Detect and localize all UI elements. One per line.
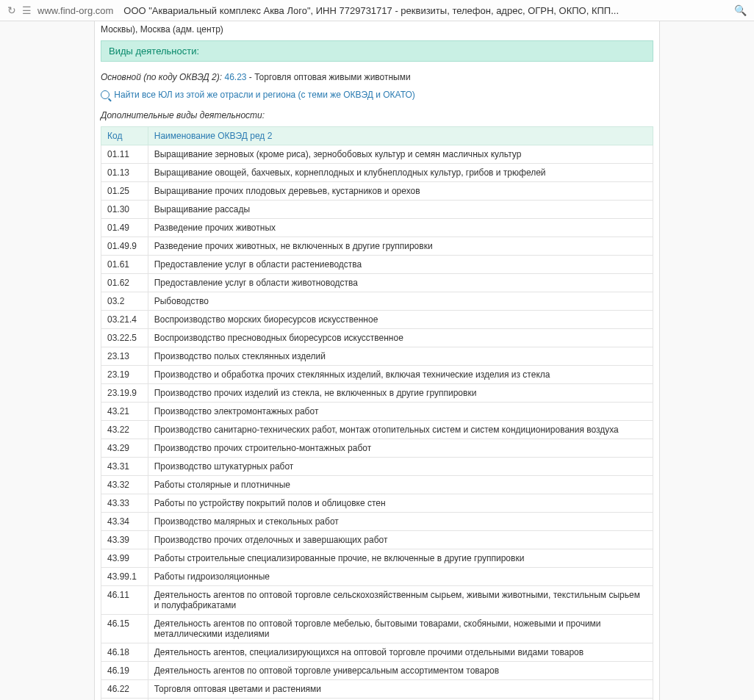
find-similar-link-row: Найти все ЮЛ из этой же отрасли и регион… (101, 85, 653, 107)
reload-icon[interactable]: ↻ (7, 4, 16, 16)
table-row: 01.62Предоставление услуг в области живо… (101, 274, 653, 292)
table-row: 01.49.9Разведение прочих животных, не вк… (101, 237, 653, 256)
okved-name: Производство санитарно-технических работ… (148, 421, 653, 439)
okved-name: Выращивание прочих плодовых деревьев, ку… (148, 182, 653, 201)
table-row: 43.22Производство санитарно-технических … (101, 421, 653, 439)
okved-name: Воспроизводство пресноводных биоресурсов… (148, 329, 653, 347)
okved-code: 43.22 (101, 421, 148, 439)
okved-code: 46.19 (101, 662, 148, 680)
okved-name: Производство прочих отделочных и заверша… (148, 531, 653, 549)
table-row: 01.13Выращивание овощей, бахчевых, корне… (101, 164, 653, 182)
okved-name: Производство штукатурных работ (148, 458, 653, 476)
extra-activities-label: Дополнительные виды деятельности: (101, 107, 653, 126)
main-activity-desc: - Торговля оптовая живыми животными (249, 72, 411, 82)
okved-name: Работы строительные специализированные п… (148, 549, 653, 568)
table-row: 46.11Деятельность агентов по оптовой тор… (101, 586, 653, 615)
okved-code: 01.61 (101, 256, 148, 274)
okved-code: 43.21 (101, 403, 148, 421)
table-row: 43.39Производство прочих отделочных и за… (101, 531, 653, 549)
okved-name: Разведение прочих животных, не включенны… (148, 237, 653, 256)
search-zoom-icon (101, 90, 109, 99)
okved-code: 43.99 (101, 549, 148, 568)
okved-name: Выращивание зерновых (кроме риса), зерно… (148, 145, 653, 164)
find-similar-link[interactable]: Найти все ЮЛ из этой же отрасли и регион… (114, 90, 414, 100)
okved-code: 23.19 (101, 366, 148, 384)
okved-name: Производство полых стеклянных изделий (148, 347, 653, 366)
table-row: 43.29Производство прочих строительно-мон… (101, 439, 653, 458)
okved-code: 43.39 (101, 531, 148, 549)
okved-code: 23.19.9 (101, 384, 148, 403)
search-icon[interactable]: 🔍 (734, 4, 747, 16)
okved-name: Выращивание овощей, бахчевых, корнеплодн… (148, 164, 653, 182)
browser-address-bar: ↻ ☰ www.find-org.com ООО "Аквариальный к… (0, 0, 754, 21)
okved-code: 23.13 (101, 347, 148, 366)
okved-code: 01.30 (101, 201, 148, 219)
okved-name: Воспроизводство морских биоресурсов иску… (148, 311, 653, 329)
okved-code: 46.22 (101, 680, 148, 699)
table-head-name[interactable]: Наименование ОКВЭД ред 2 (148, 127, 653, 145)
table-row: 01.61Предоставление услуг в области раст… (101, 256, 653, 274)
okved-name: Предоставление услуг в области животново… (148, 274, 653, 292)
okved-table: Код Наименование ОКВЭД ред 2 01.11Выращи… (101, 126, 653, 700)
region-line: Москвы), Москва (адм. центр) (101, 21, 653, 40)
okved-code: 46.11 (101, 586, 148, 615)
okved-name: Деятельность агентов, специализирующихся… (148, 643, 653, 662)
table-row: 03.2Рыбоводство (101, 292, 653, 311)
okved-name: Деятельность агентов по оптовой торговле… (148, 586, 653, 615)
okved-code: 01.13 (101, 164, 148, 182)
table-row: 03.21.4Воспроизводство морских биоресурс… (101, 311, 653, 329)
okved-name: Рыбоводство (148, 292, 653, 311)
okved-code: 43.33 (101, 494, 148, 513)
table-row: 01.11Выращивание зерновых (кроме риса), … (101, 145, 653, 164)
okved-name: Производство малярных и стекольных работ (148, 513, 653, 531)
table-row: 43.31Производство штукатурных работ (101, 458, 653, 476)
table-row: 43.99.1Работы гидроизоляционные (101, 568, 653, 586)
activities-header: Виды деятельности: (101, 40, 653, 62)
okved-code: 03.21.4 (101, 311, 148, 329)
table-row: 43.34Производство малярных и стекольных … (101, 513, 653, 531)
table-row: 46.22Торговля оптовая цветами и растения… (101, 680, 653, 699)
table-row: 43.21Производство электромонтажных работ (101, 403, 653, 421)
table-row: 01.49Разведение прочих животных (101, 219, 653, 237)
okved-name: Деятельность агентов по оптовой торговле… (148, 615, 653, 643)
okved-name: Производство прочих строительно-монтажны… (148, 439, 653, 458)
table-row: 43.33Работы по устройству покрытий полов… (101, 494, 653, 513)
url-text: www.find-org.com (37, 5, 113, 16)
okved-name: Торговля оптовая цветами и растениями (148, 680, 653, 699)
okved-code: 43.34 (101, 513, 148, 531)
page-title: ООО "Аквариальный комплекс Аква Лого", И… (123, 5, 728, 16)
okved-code: 01.49.9 (101, 237, 148, 256)
content-panel: Москвы), Москва (адм. центр) Виды деятел… (94, 21, 660, 700)
okved-name: Работы гидроизоляционные (148, 568, 653, 586)
okved-name: Предоставление услуг в области растениев… (148, 256, 653, 274)
main-activity-label: Основной (по коду ОКВЭД 2): (101, 72, 222, 82)
page-wrapper: Москвы), Москва (адм. центр) Виды деятел… (0, 21, 754, 700)
table-row: 46.19Деятельность агентов по оптовой тор… (101, 662, 653, 680)
okved-code: 46.15 (101, 615, 148, 643)
okved-code: 03.2 (101, 292, 148, 311)
table-header-row: Код Наименование ОКВЭД ред 2 (101, 127, 653, 145)
table-row: 03.22.5Воспроизводство пресноводных биор… (101, 329, 653, 347)
okved-code: 01.62 (101, 274, 148, 292)
okved-code: 01.25 (101, 182, 148, 201)
table-head-code[interactable]: Код (101, 127, 148, 145)
main-activity-line: Основной (по коду ОКВЭД 2): 46.23 - Торг… (101, 69, 653, 85)
okved-name: Производство и обработка прочих стеклянн… (148, 366, 653, 384)
okved-code: 43.32 (101, 476, 148, 494)
okved-code: 03.22.5 (101, 329, 148, 347)
okved-code: 43.29 (101, 439, 148, 458)
reader-icon[interactable]: ☰ (22, 4, 32, 16)
okved-name: Работы столярные и плотничные (148, 476, 653, 494)
okved-code: 43.31 (101, 458, 148, 476)
main-activity-code[interactable]: 46.23 (224, 72, 246, 82)
table-row: 23.19.9Производство прочих изделий из ст… (101, 384, 653, 403)
table-row: 43.32Работы столярные и плотничные (101, 476, 653, 494)
table-row: 01.30Выращивание рассады (101, 201, 653, 219)
okved-name: Деятельность агентов по оптовой торговле… (148, 662, 653, 680)
table-row: 46.18Деятельность агентов, специализирую… (101, 643, 653, 662)
table-row: 01.25Выращивание прочих плодовых деревье… (101, 182, 653, 201)
table-row: 23.19Производство и обработка прочих сте… (101, 366, 653, 384)
okved-code: 43.99.1 (101, 568, 148, 586)
okved-name: Разведение прочих животных (148, 219, 653, 237)
table-row: 23.13Производство полых стеклянных издел… (101, 347, 653, 366)
